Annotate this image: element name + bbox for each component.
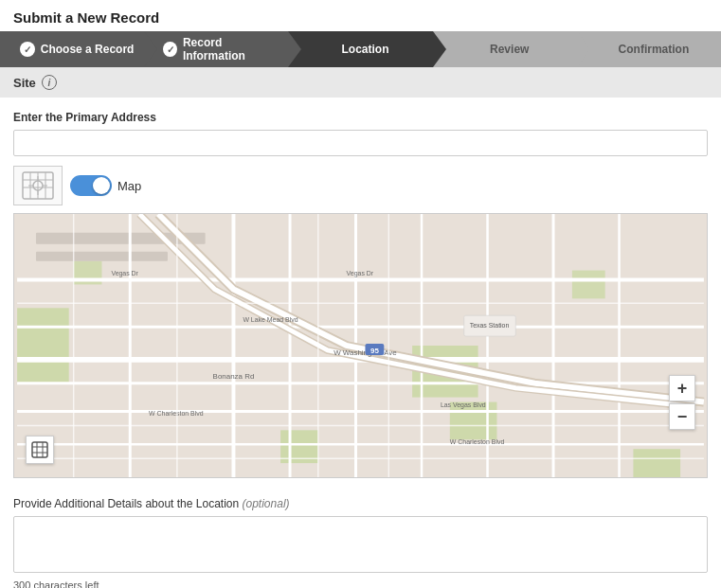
progress-bar: ✓ Choose a Record ✓ Record Information L… xyxy=(0,31,721,67)
step-label-location: Location xyxy=(342,43,389,56)
svg-text:Texas Station: Texas Station xyxy=(470,322,510,329)
svg-text:95: 95 xyxy=(370,347,379,355)
svg-text:W Charleston Blvd: W Charleston Blvd xyxy=(450,438,505,445)
map-toggle[interactable] xyxy=(70,175,112,196)
map-svg: W Washington Ave Vegas Dr Vegas Dr W Lak… xyxy=(14,214,707,477)
map-toggle-wrap[interactable]: Map xyxy=(70,175,141,196)
svg-rect-18 xyxy=(572,271,605,299)
map-toggle-label: Map xyxy=(117,179,141,193)
details-textarea[interactable] xyxy=(13,516,708,573)
info-icon[interactable]: i xyxy=(42,75,57,90)
zoom-in-button[interactable]: + xyxy=(669,375,695,401)
char-count: 300 characters left xyxy=(13,579,708,588)
step-location[interactable]: Location xyxy=(288,31,432,67)
svg-rect-20 xyxy=(36,252,168,261)
step-check-choose: ✓ xyxy=(20,42,35,57)
step-review[interactable]: Review xyxy=(433,31,577,67)
svg-rect-16 xyxy=(633,449,680,477)
locate-icon xyxy=(31,441,48,458)
svg-rect-12 xyxy=(17,308,69,383)
optional-tag: (optional) xyxy=(243,497,290,510)
step-label-confirmation: Confirmation xyxy=(619,43,690,56)
toggle-knob xyxy=(93,177,110,194)
svg-text:Vegas Dr: Vegas Dr xyxy=(347,270,374,277)
locate-button[interactable] xyxy=(26,436,54,464)
step-label-review: Review xyxy=(490,43,529,56)
svg-text:Vegas Dr: Vegas Dr xyxy=(111,270,138,277)
svg-text:W Lake Mead Blvd: W Lake Mead Blvd xyxy=(243,316,297,323)
map-icon-box xyxy=(13,166,63,205)
zoom-out-button[interactable]: − xyxy=(669,403,695,430)
address-label: Enter the Primary Address xyxy=(13,111,708,124)
main-content: Enter the Primary Address Map xyxy=(0,98,721,488)
map-placeholder-icon xyxy=(21,170,55,201)
details-label: Provide Additional Details about the Loc… xyxy=(13,497,708,510)
svg-rect-54 xyxy=(32,442,47,457)
step-choose[interactable]: ✓ Choose a Record xyxy=(0,31,144,67)
svg-text:Las Vegas Blvd: Las Vegas Blvd xyxy=(441,401,486,409)
svg-text:W Charleston Blvd: W Charleston Blvd xyxy=(149,410,204,417)
map-toggle-area: Map xyxy=(13,166,708,205)
step-record-info[interactable]: ✓ Record Information xyxy=(144,31,288,67)
step-confirmation[interactable]: Confirmation xyxy=(577,31,721,67)
step-label-record-info: Record Information xyxy=(183,36,279,62)
svg-text:Bonanza Rd: Bonanza Rd xyxy=(213,372,255,381)
section-header: Site i xyxy=(0,67,721,98)
details-section: Provide Additional Details about the Loc… xyxy=(0,488,721,588)
map-zoom-controls: + − xyxy=(669,375,695,430)
section-title: Site xyxy=(13,76,36,90)
address-input[interactable] xyxy=(13,130,708,156)
step-check-record-info: ✓ xyxy=(163,42,177,57)
map-container[interactable]: W Washington Ave Vegas Dr Vegas Dr W Lak… xyxy=(13,213,708,478)
step-label-choose: Choose a Record xyxy=(41,43,135,56)
page-title: Submit a New Record xyxy=(0,0,721,31)
